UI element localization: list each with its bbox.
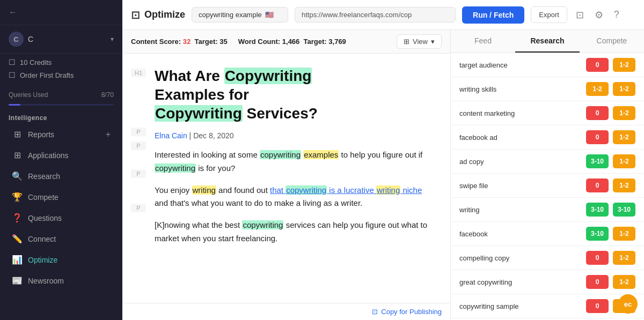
credits-item[interactable]: ☐ 10 Credits [0, 54, 122, 69]
order-drafts-item[interactable]: ☐ Order First Drafts [0, 69, 122, 86]
sidebar-item-label: Compete [28, 193, 111, 202]
settings-icon-button[interactable]: ⚙ [592, 7, 605, 23]
keyword-term: facebook ad [459, 133, 582, 142]
p-label-1: P [131, 128, 146, 136]
sidebar: ← C C ▾ ☐ 10 Credits ☐ Order First Draft… [0, 0, 122, 320]
copy-for-publishing-bar: ⊡ Copy for Publishing [122, 303, 450, 320]
lucrative-link[interactable]: that copywriting is a lucrative writing … [270, 185, 422, 195]
keyword-term: writing skills [459, 85, 582, 93]
word-count-value: 1,466 [282, 38, 300, 46]
keyword-score-1: 3-10 [586, 227, 609, 241]
keyword-term: target audience [459, 61, 582, 69]
optimize-logo-icon: ⊡ [131, 9, 140, 21]
view-chevron-icon: ▾ [431, 38, 435, 46]
newsroom-icon: 📰 [12, 276, 23, 286]
copy-link-text: Copy for Publishing [381, 308, 442, 316]
article-para-3: [K]nowing what the best copywriting serv… [155, 219, 433, 245]
author-link[interactable]: Elna Cain [155, 131, 187, 140]
keyword-row: compelling copy01-2 [451, 246, 644, 270]
word-count: Word Count: 1,466 Target: 3,769 [238, 38, 346, 46]
keyword-score-2: 1-2 [613, 178, 635, 192]
url-input-display[interactable]: https://www.freelancerfaqs.com/cop [295, 7, 456, 23]
keyword-score-2: 1-2 [613, 227, 635, 241]
chevron-down-icon: ▾ [111, 35, 114, 43]
content-area: Content Score: 32 Target: 35 Word Count:… [122, 30, 644, 320]
editor-panel: Content Score: 32 Target: 35 Word Count:… [122, 30, 451, 320]
keyword-input-display[interactable]: copywriting example 🇺🇸 [192, 7, 288, 23]
keyword-term: writing [459, 206, 582, 214]
tab-feed[interactable]: Feed [451, 30, 515, 53]
app-logo: ⊡ Optimize [131, 9, 185, 21]
panel-tabs: Feed Research Compete [451, 30, 644, 53]
keywords-list: target audience01-2writing skills1-21-2c… [451, 53, 644, 320]
compete-icon: 🏆 [12, 192, 23, 202]
back-icon[interactable]: ← [9, 8, 17, 17]
keyword-term: content marketing [459, 109, 582, 117]
p-label-4: P [131, 204, 146, 212]
keyword-score-1: 0 [586, 299, 609, 313]
queries-label: Queries Used [9, 91, 48, 99]
view-icon: ⊞ [404, 38, 409, 46]
sidebar-item-optimize[interactable]: 📊 Optimize [3, 250, 119, 270]
keyword-score-2: 3-10 [613, 203, 635, 217]
add-report-icon[interactable]: + [106, 130, 111, 139]
sidebar-item-connect[interactable]: ✏️ Connect [3, 229, 119, 249]
queries-progress-bar [9, 104, 114, 106]
share-icon-button[interactable]: ⊡ [574, 7, 586, 23]
intelligence-label: Intelligence [0, 110, 122, 124]
sidebar-item-label: Reports [28, 130, 100, 139]
keyword-row: writing3-103-10 [451, 198, 644, 222]
sidebar-item-label: Research [28, 172, 111, 181]
sidebar-item-research[interactable]: 🔍 Research [3, 166, 119, 186]
help-icon-button[interactable]: ? [612, 7, 621, 23]
article-para-1: Interested in looking at some copywritin… [155, 148, 433, 175]
right-panel: Feed Research Compete target audience01-… [451, 30, 644, 320]
keyword-score-2: 1-2 [613, 82, 635, 96]
sidebar-item-label: Questions [28, 214, 111, 222]
tab-compete[interactable]: Compete [580, 30, 644, 53]
copy-for-publishing-link[interactable]: ⊡ Copy for Publishing [372, 308, 442, 316]
sidebar-item-label: Applications [28, 151, 111, 160]
line-labels: H1 P P P P [131, 66, 148, 290]
export-button[interactable]: Export [531, 6, 567, 23]
p-label-2: P [131, 142, 146, 150]
keyword-row: copywriting sample01-2 [451, 294, 644, 318]
view-button[interactable]: ⊞ View ▾ [397, 34, 442, 49]
keyword-term: copywriting sample [459, 302, 582, 310]
tab-research[interactable]: Research [515, 30, 580, 53]
keyword-term: facebook [459, 230, 582, 238]
sidebar-item-questions[interactable]: ❓ Questions [3, 208, 119, 228]
editor-content: H1 P P P P What Are Copywriting Examples… [122, 54, 450, 303]
sidebar-item-newsroom[interactable]: 📰 Newsroom [3, 271, 119, 291]
sidebar-user-section[interactable]: C C ▾ [0, 25, 122, 54]
app-title: Optimize [144, 9, 185, 20]
avatar: C [9, 32, 24, 47]
keyword-score-1: 0 [586, 251, 609, 265]
queries-count: 8/70 [101, 91, 114, 99]
sidebar-item-applications[interactable]: ⊞ Applications [3, 145, 119, 165]
editor-text-body[interactable]: What Are Copywriting Examples for Copywr… [155, 66, 433, 290]
keyword-score-1: 0 [586, 178, 609, 192]
p-label-3: P [131, 169, 146, 178]
article-h1: What Are Copywriting Examples for Copywr… [155, 66, 433, 123]
queries-bar-fill [9, 104, 20, 106]
keyword-score-2: 1-2 [613, 275, 635, 289]
highlight-copywriting: Copywriting [224, 68, 312, 84]
content-score-value: 32 [183, 38, 191, 46]
keyword-score-2: 1-2 [613, 154, 635, 168]
keyword-score-1: 0 [586, 106, 609, 120]
sidebar-header: ← [0, 0, 122, 25]
reports-icon: ⊞ [12, 129, 23, 139]
sidebar-item-compete[interactable]: 🏆 Compete [3, 187, 119, 207]
editor-toolbar: Content Score: 32 Target: 35 Word Count:… [122, 30, 450, 54]
article-meta: Elna Cain | Dec 8, 2020 [155, 131, 433, 140]
keyword-row: facebook ad01-2 [451, 125, 644, 150]
run-fetch-button[interactable]: Run / Fetch [462, 6, 524, 24]
highlight-cw-2: copywriting [155, 163, 196, 173]
sidebar-item-reports[interactable]: ⊞ Reports + [3, 124, 119, 144]
keyword-score-1: 0 [586, 275, 609, 289]
keyword-term: compelling copy [459, 254, 582, 262]
keyword-row: content marketing01-2 [451, 101, 644, 125]
topbar: ⊡ Optimize copywriting example 🇺🇸 https:… [122, 0, 644, 30]
keyword-row: ad copy3-101-2 [451, 150, 644, 174]
